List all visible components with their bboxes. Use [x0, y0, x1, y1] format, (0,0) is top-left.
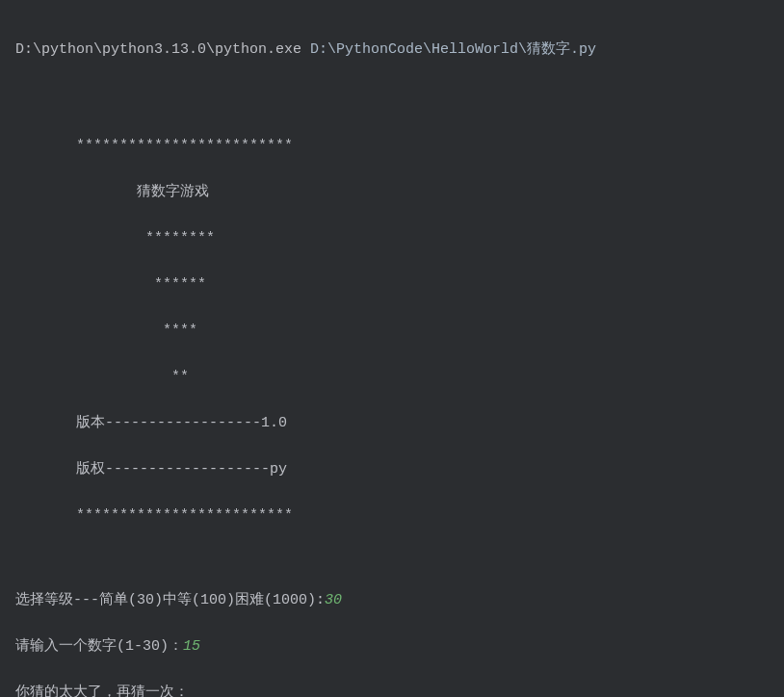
terminal-output: D:\python\python3.13.0\python.exe D:\Pyt…	[15, 15, 769, 697]
guess1-prompt: 请输入一个数字(1-30)：	[15, 638, 183, 655]
difficulty-line: 选择等级---简单(30)中等(100)困难(1000):30	[15, 589, 769, 612]
banner-copyright: 版权-------------------py	[15, 458, 769, 481]
banner-stars-2: ******	[15, 273, 769, 297]
banner-border-top: *************************	[15, 135, 769, 158]
difficulty-input[interactable]: 30	[325, 592, 342, 608]
banner-version: 版本------------------1.0	[15, 412, 769, 435]
banner-title: 猜数字游戏	[15, 181, 769, 204]
banner-stars-1: ********	[15, 227, 769, 250]
feedback1: 你猜的太大了，再猜一次：	[15, 682, 769, 697]
banner-border-bottom: *************************	[15, 504, 769, 528]
executable-path: D:\python\python3.13.0\python.exe	[15, 41, 301, 58]
difficulty-prompt: 选择等级---简单(30)中等(100)困难(1000):	[15, 592, 325, 608]
command-line: D:\python\python3.13.0\python.exe D:\Pyt…	[15, 39, 769, 62]
guess1-line: 请输入一个数字(1-30)：15	[15, 635, 769, 658]
banner-stars-3: ****	[15, 320, 769, 343]
script-path: D:\PythonCode\HelloWorld\猜数字.py	[310, 41, 596, 58]
banner-stars-4: **	[15, 366, 769, 389]
guess1-input[interactable]: 15	[183, 638, 200, 655]
